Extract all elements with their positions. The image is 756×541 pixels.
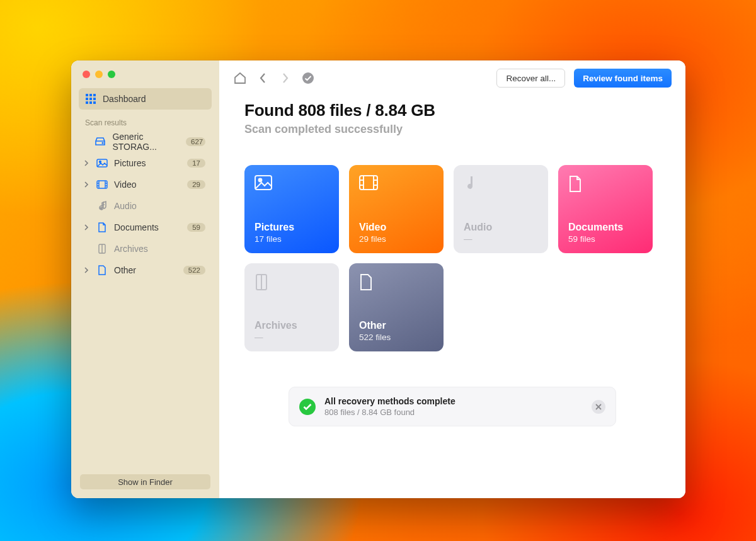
card-title: Audio (464, 222, 538, 233)
film-icon (96, 179, 108, 190)
svg-rect-26 (360, 176, 377, 190)
card-title: Other (359, 320, 433, 331)
svg-rect-1 (89, 94, 92, 96)
sidebar-item-label: Dashboard (103, 94, 146, 104)
svg-rect-24 (255, 176, 272, 190)
music-icon (96, 200, 108, 212)
count-badge: 59 (187, 223, 205, 232)
chevron-right-icon[interactable] (83, 224, 90, 231)
music-icon (464, 175, 481, 193)
review-found-items-button[interactable]: Review found items (574, 69, 672, 88)
card-other[interactable]: Other 522 files (349, 263, 444, 351)
check-icon (299, 399, 316, 415)
card-sub: 522 files (359, 333, 433, 342)
sidebar: Dashboard Scan results Generic STORAG...… (71, 60, 219, 498)
chevron-right-icon[interactable] (83, 160, 90, 166)
card-title: Documents (568, 222, 643, 233)
window-controls (71, 60, 219, 88)
home-icon[interactable] (233, 71, 247, 85)
card-video[interactable]: Video 29 files (349, 165, 444, 253)
archive-icon (96, 243, 108, 254)
sidebar-section-label: Scan results (71, 110, 219, 131)
svg-rect-3 (86, 98, 88, 100)
card-sub: 29 files (359, 234, 433, 244)
sidebar-item-label: Archives (114, 244, 148, 254)
maximize-window-button[interactable] (108, 71, 115, 78)
sidebar-item-label: Other (114, 265, 136, 275)
toast-title: All recovery methods complete (324, 396, 455, 406)
file-icon (96, 265, 108, 276)
forward-button (278, 71, 292, 85)
toast-detail: 808 files / 8.84 GB found (324, 407, 455, 417)
card-sub: — (464, 234, 538, 244)
card-sub: — (255, 333, 329, 342)
svg-rect-8 (93, 101, 96, 104)
count-badge: 522 (183, 266, 205, 275)
sidebar-item-label: Video (114, 179, 137, 190)
recover-all-button[interactable]: Recover all... (496, 69, 565, 88)
svg-rect-0 (86, 94, 88, 96)
grid-icon (85, 93, 96, 105)
close-window-button[interactable] (83, 71, 90, 78)
svg-rect-2 (93, 94, 96, 96)
svg-point-10 (103, 142, 104, 144)
results-headline: Found 808 files / 8.84 GB (244, 101, 660, 120)
completion-toast: All recovery methods complete 808 files … (289, 387, 616, 426)
card-archives: Archives — (244, 263, 339, 351)
svg-point-25 (259, 179, 262, 182)
document-icon (96, 222, 108, 233)
sidebar-item-storage[interactable]: Generic STORAG... 627 (79, 131, 212, 152)
chevron-right-icon[interactable] (83, 267, 90, 273)
card-title: Archives (255, 320, 329, 331)
file-icon (359, 273, 377, 291)
document-icon (568, 175, 586, 193)
card-sub: 17 files (255, 234, 329, 244)
sidebar-item-archives[interactable]: Archives (79, 238, 212, 259)
category-cards: Pictures 17 files Video 29 files Audio — (244, 165, 660, 351)
card-pictures[interactable]: Pictures 17 files (244, 165, 339, 253)
sidebar-item-pictures[interactable]: Pictures 17 (79, 152, 212, 174)
svg-rect-6 (86, 101, 88, 104)
svg-rect-4 (89, 98, 92, 100)
sidebar-item-label: Documents (114, 222, 159, 232)
card-sub: 59 files (568, 234, 643, 244)
results-subhead: Scan completed successfully (244, 123, 660, 136)
main-pane: Recover all... Review found items Found … (219, 60, 685, 498)
card-documents[interactable]: Documents 59 files (558, 165, 653, 253)
card-title: Pictures (255, 222, 329, 233)
sidebar-item-documents[interactable]: Documents 59 (79, 217, 212, 238)
image-icon (96, 157, 108, 169)
minimize-window-button[interactable] (95, 71, 103, 78)
sidebar-item-dashboard[interactable]: Dashboard (79, 88, 212, 110)
card-title: Video (359, 222, 433, 233)
svg-rect-7 (89, 101, 92, 104)
sidebar-item-audio[interactable]: Audio (79, 195, 212, 217)
svg-point-23 (302, 72, 314, 84)
drive-icon (94, 136, 106, 147)
sidebar-item-label: Generic STORAG... (112, 132, 173, 152)
toolbar: Recover all... Review found items (219, 60, 685, 96)
sidebar-item-video[interactable]: Video 29 (79, 174, 212, 195)
toast-close-button[interactable] (592, 400, 605, 414)
count-badge: 627 (186, 137, 205, 146)
chevron-right-icon[interactable] (83, 181, 90, 188)
sidebar-item-label: Audio (114, 201, 137, 211)
count-badge: 29 (187, 180, 205, 189)
svg-rect-5 (93, 98, 96, 100)
film-icon (359, 175, 377, 193)
back-button[interactable] (256, 71, 270, 85)
sidebar-item-other[interactable]: Other 522 (79, 259, 212, 281)
show-in-finder-button[interactable]: Show in Finder (80, 474, 210, 489)
app-window: Dashboard Scan results Generic STORAG...… (71, 60, 685, 498)
sidebar-item-label: Pictures (114, 158, 146, 168)
svg-point-20 (100, 207, 102, 210)
check-circle-icon[interactable] (301, 71, 315, 85)
card-audio: Audio — (454, 165, 548, 253)
image-icon (255, 175, 272, 193)
archive-icon (255, 273, 272, 291)
count-badge: 17 (187, 159, 205, 168)
